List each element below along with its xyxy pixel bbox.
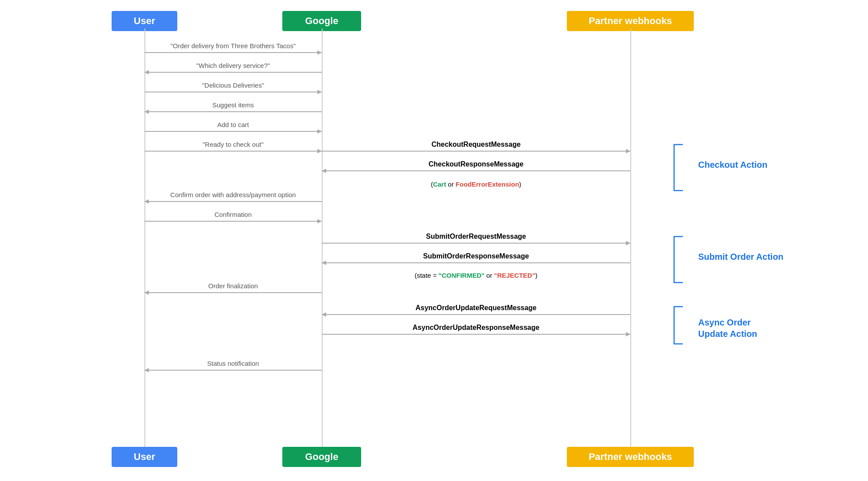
svg-marker-31 (144, 368, 149, 372)
svg-marker-11 (317, 149, 322, 153)
svg-marker-23 (322, 261, 326, 265)
svg-marker-3 (144, 70, 149, 74)
message-label: Status notification (207, 360, 259, 367)
message-label: "Order delivery from Three Brothers Taco… (170, 42, 295, 50)
message-label: AsyncOrderUpdateRequestMessage (415, 304, 537, 312)
message-label: SubmitOrderResponseMessage (423, 252, 529, 260)
actor-box-partner-webhooks: Partner webhooks (567, 447, 694, 467)
actor-box-user: User (112, 447, 177, 467)
svg-marker-21 (626, 241, 630, 245)
svg-marker-19 (317, 219, 322, 223)
bracket-b1 (674, 145, 692, 191)
svg-marker-25 (144, 290, 149, 295)
sequence-diagram: UserGooglePartner webhooksUserGooglePart… (0, 0, 868, 481)
message-label: Confirm order with address/payment optio… (170, 191, 296, 198)
actor-box-google: Google (282, 447, 361, 467)
message-label: Suggest items (212, 101, 254, 109)
svg-marker-9 (317, 129, 322, 134)
bracket-b2 (674, 237, 692, 283)
bracket-label-b2: Submit Order Action (698, 251, 784, 262)
svg-marker-29 (626, 332, 630, 336)
message-label: CheckoutResponseMessage (429, 160, 524, 168)
message-label: SubmitOrderRequestMessage (426, 233, 526, 240)
message-label: Add to cart (217, 121, 249, 128)
lifeline (630, 28, 631, 447)
svg-marker-1 (317, 50, 322, 55)
sub-label-cart: (Cart or FoodErrorExtension) (431, 180, 521, 188)
bracket-label-b1: Checkout Action (698, 159, 767, 170)
message-label: "Delicious Deliveries" (202, 81, 264, 89)
message-label: "Ready to check out" (203, 141, 264, 148)
message-label: AsyncOrderUpdateResponseMessage (413, 324, 540, 332)
bracket-label-b3: Async Order Update Action (698, 317, 757, 340)
svg-marker-15 (322, 169, 326, 173)
svg-marker-17 (144, 199, 149, 204)
message-label: "Which delivery service?" (196, 62, 270, 69)
message-label: CheckoutRequestMessage (432, 141, 521, 149)
message-label: Confirmation (214, 211, 252, 218)
svg-marker-13 (626, 149, 630, 153)
svg-marker-7 (144, 110, 149, 114)
message-label: Order finalization (208, 282, 258, 290)
bracket-b3 (674, 307, 692, 344)
svg-marker-5 (317, 90, 322, 94)
sub-label-state: (state = "CONFIRMED" or "REJECTED") (415, 272, 538, 279)
svg-marker-27 (322, 312, 326, 317)
